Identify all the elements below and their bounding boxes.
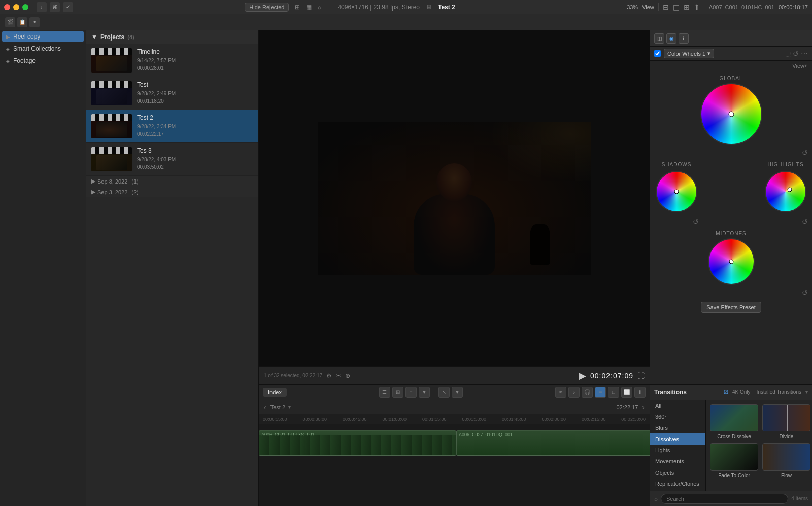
cursor-dropdown-icon[interactable]: ▼: [452, 387, 463, 398]
color-icon[interactable]: ◉: [666, 33, 676, 44]
trim-timeline-icon[interactable]: □: [608, 387, 619, 398]
trans-cat-blurs[interactable]: Blurs: [650, 422, 705, 433]
shadows-wheel-svg[interactable]: [654, 169, 699, 214]
global-wheel-svg[interactable]: [698, 81, 764, 147]
check-icon[interactable]: ✓: [63, 2, 73, 12]
midtones-wheel-svg[interactable]: [706, 236, 757, 287]
chevron-down-icon[interactable]: ▼: [91, 33, 97, 41]
trans-fade-to-color[interactable]: Fade To Color: [710, 443, 758, 478]
info-icon[interactable]: ℹ: [679, 33, 689, 44]
global-wheel-reset[interactable]: ↺: [802, 149, 808, 157]
library-group-sep3[interactable]: ▶ Sep 3, 2022 (2): [86, 187, 258, 197]
download-icon[interactable]: ↓: [37, 2, 47, 12]
color-wheels-checkbox[interactable]: [654, 50, 661, 57]
cursor-icon[interactable]: ↖: [438, 387, 450, 398]
timeline-tracks[interactable]: A006_C021_0101XS_001 A006_C027_0101DQ_00…: [259, 424, 650, 506]
color-bar-icon[interactable]: ━: [595, 387, 606, 398]
sidebar-item-footage[interactable]: ◈ Footage: [2, 55, 84, 66]
maximize-button[interactable]: [22, 4, 28, 10]
midtones-wheel-dot[interactable]: [729, 260, 733, 264]
highlights-wheel-reset[interactable]: ↺: [802, 218, 808, 226]
library-item-test[interactable]: Test 9/28/22, 2:49 PM 00:01:18:20: [86, 77, 258, 110]
library-item-test2-duration: 00:02:22:17: [137, 130, 253, 138]
panel-reset-icon[interactable]: ↺: [793, 50, 799, 58]
shadows-wheel-reset[interactable]: ↺: [693, 218, 699, 226]
nav-next-arrow[interactable]: ›: [641, 402, 646, 412]
clip-meta-icon[interactable]: ≡: [405, 387, 417, 398]
sidebar-item-reel-copy[interactable]: ▶ Reel copy: [2, 31, 84, 42]
clip-arrow-icon[interactable]: ▼: [419, 387, 430, 398]
view-chevron[interactable]: ▾: [804, 63, 807, 69]
highlights-wheel[interactable]: [763, 169, 808, 215]
transitions-dropdown-icon[interactable]: ▾: [805, 389, 808, 395]
clip-settings-icon[interactable]: ⚙: [326, 372, 332, 379]
trans-cross-dissolve[interactable]: Cross Dissolve: [710, 404, 758, 439]
panel-layout-icon1[interactable]: ⊟: [663, 3, 669, 11]
minimize-button[interactable]: [13, 4, 19, 10]
sidebar-item-smart-collections[interactable]: ◈ Smart Collections: [2, 43, 84, 54]
nav-clip-dropdown[interactable]: ▾: [288, 404, 291, 410]
color-wheels-dropdown[interactable]: Color Wheels 1 ▾: [664, 49, 714, 58]
clip-a006-c021[interactable]: A006_C021_0101XS_001: [259, 430, 456, 456]
global-wheel-dot[interactable]: [729, 112, 734, 117]
highlights-wheel-dot[interactable]: [788, 188, 792, 192]
midtones-wheel-reset[interactable]: ↺: [802, 288, 808, 297]
shadows-wheel-dot[interactable]: [674, 190, 679, 194]
library-group-sep8[interactable]: ▶ Sep 8, 2022 (1): [86, 176, 258, 187]
transform-icon[interactable]: ⊕: [345, 372, 350, 379]
trans-cat-360[interactable]: 360°: [650, 411, 705, 422]
view-label[interactable]: View: [792, 63, 804, 69]
timeline-index-tab[interactable]: Index: [263, 388, 287, 397]
browser-icon[interactable]: 📋: [17, 17, 27, 27]
layout-icon1[interactable]: ⊞: [295, 4, 300, 11]
panel-frame-icon[interactable]: ⬚: [785, 50, 791, 57]
global-wheel[interactable]: [698, 81, 764, 149]
audio-clip-icon[interactable]: ♪: [568, 387, 580, 398]
transitions-search-input[interactable]: [661, 494, 788, 504]
highlights-wheel-svg[interactable]: [763, 169, 808, 214]
shadows-wheel[interactable]: [654, 169, 699, 215]
filmstrip-icon[interactable]: ◫: [654, 33, 664, 44]
trans-cat-all[interactable]: All: [650, 400, 705, 411]
zoom-level[interactable]: 33%: [627, 4, 638, 10]
search-icon[interactable]: ⌕: [318, 4, 321, 11]
audio-wave-icon[interactable]: ≈: [555, 387, 566, 398]
trans-cat-replicator[interactable]: Replicator/Clones: [650, 478, 705, 489]
library-icon[interactable]: 🎬: [5, 17, 15, 27]
close-button[interactable]: [4, 4, 10, 10]
trans-cat-movements[interactable]: Movements: [650, 456, 705, 467]
view-btn[interactable]: View: [642, 4, 654, 10]
library-item-tes3-title: Tes 3: [137, 147, 253, 154]
midtones-wheel[interactable]: [706, 236, 757, 288]
traffic-lights[interactable]: [4, 4, 28, 10]
panel-layout-icon3[interactable]: ⊞: [684, 3, 690, 11]
library-item-timeline[interactable]: Timeline 9/14/22, 7:57 PM 00:00:28:01: [86, 44, 258, 77]
effects-icon[interactable]: ✦: [29, 17, 40, 27]
headphone-icon[interactable]: 🎧: [582, 387, 593, 398]
hide-rejected-btn[interactable]: Hide Rejected: [245, 3, 289, 12]
panel-layout-icon2[interactable]: ◫: [673, 3, 680, 11]
library-item-test2[interactable]: Test 2 9/28/22, 3:34 PM 00:02:22:17: [86, 110, 258, 143]
panel-more-icon[interactable]: ⋯: [801, 50, 808, 58]
trim-icon[interactable]: ✂: [336, 372, 341, 379]
clip-grid-icon[interactable]: ⊞: [392, 387, 403, 398]
trans-flow[interactable]: Flow: [762, 443, 810, 478]
fullscreen-button[interactable]: ⛶: [637, 372, 645, 380]
clip-list-icon[interactable]: ☰: [379, 387, 390, 398]
clip-a006-c027[interactable]: A006_C027_0101DQ_001: [456, 430, 650, 456]
4k-only-checkbox[interactable]: ☑: [724, 389, 728, 395]
nav-prev-arrow[interactable]: ‹: [263, 402, 267, 412]
layout-icon2[interactable]: ▦: [306, 4, 312, 11]
trans-cat-lights[interactable]: Lights: [650, 445, 705, 456]
key-icon[interactable]: ⌘: [50, 2, 60, 12]
share-icon[interactable]: ⬆: [694, 3, 700, 11]
share-timeline-icon[interactable]: ⬆: [634, 387, 646, 398]
viewer-frame: [318, 122, 591, 275]
save-effects-preset-button[interactable]: Save Effects Preset: [701, 302, 761, 313]
export-icon[interactable]: ⬜: [621, 387, 632, 398]
trans-cat-objects[interactable]: Objects: [650, 467, 705, 478]
play-button[interactable]: ▶: [579, 370, 586, 381]
trans-divide[interactable]: Divide: [762, 404, 810, 439]
trans-cat-dissolves[interactable]: Dissolves: [650, 433, 705, 445]
library-item-tes3[interactable]: Tes 3 9/28/22, 4:03 PM 00:03:50:02: [86, 143, 258, 176]
